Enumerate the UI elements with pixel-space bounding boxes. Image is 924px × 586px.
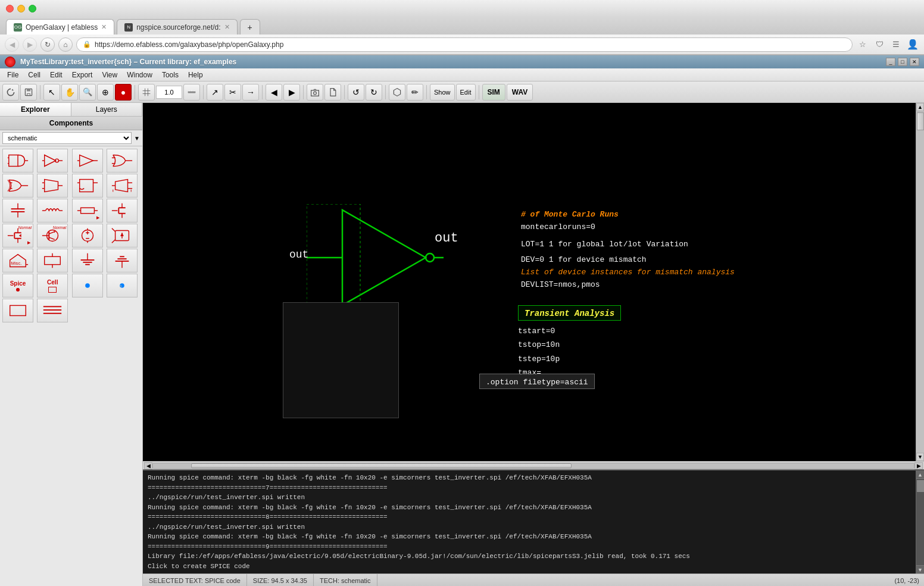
console-area[interactable]: Running spice command: xterm -bg black -… [143, 469, 924, 574]
tab-opengalaxy[interactable]: OG OpenGalaxy | efabless ✕ [6, 19, 114, 35]
comp-mux[interactable] [37, 174, 68, 198]
menu-help[interactable]: Help [183, 70, 208, 80]
toolbar-redo-btn[interactable]: ↻ [366, 84, 382, 101]
toolbar-sim-btn[interactable]: SIM [482, 84, 505, 101]
console-scroll-up[interactable]: ▲ [916, 471, 924, 479]
close-button[interactable] [6, 5, 14, 12]
toolbar-save-btn[interactable] [20, 84, 37, 101]
comp-pmos[interactable] [107, 199, 138, 223]
toolbar-move-btn[interactable]: → [242, 84, 259, 101]
menu-icon[interactable]: ☰ [889, 38, 903, 51]
scroll-down-arrow[interactable]: ▼ [916, 453, 924, 461]
comp-spice-label[interactable]: Spice [2, 274, 33, 297]
comp-nmos[interactable]: Normal ▶ [2, 224, 33, 247]
toolbar-ruler-btn[interactable] [183, 84, 200, 101]
reload-button[interactable]: ↻ [40, 37, 55, 52]
menu-file[interactable]: File [2, 70, 23, 80]
restore-app-button[interactable]: □ [898, 58, 907, 66]
zoom-input[interactable]: 1.0 [156, 86, 182, 99]
comp-misc2[interactable] [37, 249, 68, 272]
scroll-left-arrow[interactable]: ◀ [144, 462, 152, 469]
menu-view[interactable]: View [97, 70, 122, 80]
menu-edit[interactable]: Edit [45, 70, 67, 80]
back-button[interactable]: ◀ [5, 37, 19, 52]
comp-xor[interactable] [2, 174, 33, 198]
toolbar-show-btn[interactable]: Show [430, 84, 455, 101]
schematic-canvas[interactable]: ▲ ▼ [143, 103, 924, 461]
toolbar-next-btn[interactable]: ▶ [283, 84, 300, 101]
comp-vsrc[interactable] [72, 224, 103, 247]
toolbar-prev-btn[interactable]: ◀ [266, 84, 282, 101]
comp-inv[interactable] [37, 149, 68, 173]
new-tab-button[interactable]: + [240, 19, 260, 35]
toolbar-sep-1 [40, 85, 40, 99]
comp-s[interactable]: s [107, 274, 138, 297]
user-icon[interactable]: 👤 [906, 38, 919, 51]
hscroll-thumb[interactable] [191, 463, 572, 468]
scroll-right-arrow[interactable]: ▶ [914, 462, 923, 469]
scrollbar-right[interactable]: ▲ ▼ [916, 103, 924, 461]
toolbar-pan-btn[interactable]: ✋ [61, 84, 78, 101]
toolbar-undo-btn[interactable]: ↺ [348, 84, 364, 101]
toolbar-cut-btn[interactable]: ✂ [224, 84, 241, 101]
tab-close-2[interactable]: ✕ [224, 23, 230, 31]
hscroll-bar: ◀ ▶ [143, 461, 924, 469]
toolbar-doc-btn[interactable] [324, 84, 341, 101]
toolbar-zoomin-btn[interactable]: ⊕ [97, 84, 114, 101]
forward-button[interactable]: ▶ [23, 37, 37, 52]
minimize-app-button[interactable]: _ [886, 58, 895, 66]
comp-npn[interactable]: Normal [37, 224, 68, 247]
tab-layers[interactable]: Layers [71, 103, 143, 116]
console-inner: Running spice command: xterm -bg black -… [143, 471, 924, 574]
toolbar-camera-btn[interactable] [307, 84, 323, 101]
shield-icon[interactable]: 🛡 [873, 38, 886, 51]
comp-vdd[interactable] [107, 249, 138, 272]
schematic-select[interactable]: schematic [2, 132, 132, 144]
comp-nor[interactable] [107, 149, 138, 173]
url-bar[interactable]: 🔒 https://demo.efabless.com/galaxybase/p… [76, 37, 853, 52]
scroll-thumb-v[interactable] [917, 112, 924, 130]
hscroll-track[interactable] [152, 463, 914, 469]
comp-dff[interactable] [72, 174, 103, 198]
bookmark-icon[interactable]: ☆ [856, 38, 869, 51]
tab-explorer[interactable]: Explorer [0, 103, 71, 116]
comp-isrc[interactable] [107, 224, 138, 247]
menu-window[interactable]: Window [122, 70, 157, 80]
toolbar-zoom-btn[interactable]: 🔍 [79, 84, 96, 101]
app-title-controls: _ □ ✕ [886, 58, 919, 66]
toolbar-edit-btn[interactable]: Edit [456, 84, 476, 101]
console-scroll-thumb[interactable] [917, 480, 924, 492]
toolbar-cursor-btn[interactable]: ↖ [43, 84, 60, 101]
comp-dot[interactable] [72, 274, 103, 297]
comp-ind[interactable] [37, 199, 68, 223]
toolbar-grid-btn[interactable] [138, 84, 155, 101]
toolbar-circle-btn[interactable]: ● [115, 84, 132, 101]
tab-close-1[interactable]: ✕ [101, 23, 107, 31]
menu-tools[interactable]: Tools [157, 70, 183, 80]
home-button[interactable]: ⌂ [58, 37, 73, 52]
maximize-button[interactable] [29, 5, 36, 12]
comp-rect2[interactable] [2, 299, 33, 322]
comp-cap[interactable] [2, 199, 33, 223]
toolbar-hex-btn[interactable] [389, 84, 405, 101]
comp-mux2[interactable] [107, 174, 138, 198]
comp-buf[interactable] [72, 149, 103, 173]
console-scroll-down[interactable]: ▼ [916, 565, 924, 574]
toolbar-pencil-btn[interactable]: ✏ [407, 84, 423, 101]
comp-misc1[interactable]: Misc. [2, 249, 33, 272]
minimize-button[interactable] [17, 5, 25, 12]
toolbar-wav-btn[interactable]: WAV [507, 84, 533, 101]
comp-res[interactable]: ▶ [72, 199, 103, 223]
close-app-button[interactable]: ✕ [910, 58, 919, 66]
scroll-up-arrow[interactable]: ▲ [916, 103, 924, 111]
comp-gnd[interactable] [72, 249, 103, 272]
menu-export[interactable]: Export [67, 70, 98, 80]
menu-cell[interactable]: Cell [23, 70, 45, 80]
svg-rect-13 [9, 155, 18, 167]
toolbar-refresh-btn[interactable] [2, 84, 19, 101]
comp-nand[interactable] [2, 149, 33, 173]
tab-ngspice[interactable]: N ngspice.sourceforge.net/d: ✕ [117, 19, 237, 35]
comp-bars[interactable] [37, 299, 68, 322]
toolbar-arrow-right-btn[interactable]: ↗ [207, 84, 223, 101]
comp-cell-label[interactable]: Cell [37, 274, 68, 297]
